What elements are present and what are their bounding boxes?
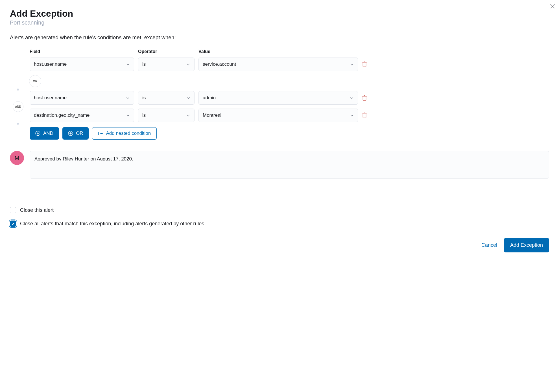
button-label: OR (76, 131, 83, 136)
chevron-down-icon (126, 113, 130, 117)
add-or-button[interactable]: OR (62, 127, 89, 140)
chevron-down-icon (350, 113, 354, 117)
connector-dot (17, 123, 19, 125)
field-dropdown[interactable]: host.user.name (30, 91, 134, 105)
column-header-operator: Operator (138, 49, 195, 54)
chevron-down-icon (186, 113, 190, 117)
value-value: Montreal (203, 113, 221, 118)
plus-circle-icon (68, 131, 73, 136)
value-dropdown[interactable]: Montreal (198, 109, 358, 122)
trash-icon[interactable] (362, 113, 367, 118)
plus-circle-icon (35, 131, 40, 136)
close-icon[interactable] (550, 3, 555, 10)
svg-point-8 (100, 133, 101, 134)
trash-icon[interactable] (362, 95, 367, 101)
chevron-down-icon (186, 96, 190, 100)
trash-icon[interactable] (362, 61, 367, 67)
operator-dropdown[interactable]: is (138, 58, 195, 71)
value-value: service.account (203, 61, 236, 67)
button-label: Add nested condition (106, 131, 151, 136)
column-header-value: Value (198, 49, 210, 54)
add-exception-button[interactable]: Add Exception (504, 238, 549, 252)
operator-dropdown[interactable]: is (138, 91, 195, 105)
chevron-down-icon (350, 62, 354, 66)
avatar: M (10, 151, 24, 165)
operator-value: is (142, 61, 146, 67)
comment-text: Approved by Riley Hunter on August 17, 2… (34, 156, 133, 162)
field-dropdown[interactable]: host.user.name (30, 58, 134, 71)
checkbox-label: Close all alerts that match this excepti… (20, 221, 204, 227)
add-and-button[interactable]: AND (30, 127, 59, 140)
add-nested-condition-button[interactable]: Add nested condition (92, 127, 157, 140)
close-this-alert-checkbox[interactable] (10, 207, 16, 213)
chevron-down-icon (126, 62, 130, 66)
field-dropdown[interactable]: destination.geo.city_name (30, 109, 134, 122)
or-badge: OR (29, 75, 41, 87)
checkmark-icon (11, 222, 15, 225)
condition-row: destination.geo.city_name is Montreal (30, 109, 549, 122)
operator-dropdown[interactable]: is (138, 109, 195, 122)
svg-point-9 (101, 133, 102, 134)
button-label: AND (43, 131, 53, 136)
close-all-alerts-checkbox[interactable] (10, 221, 16, 227)
and-badge: AND (13, 101, 23, 112)
value-dropdown[interactable]: admin (198, 91, 358, 105)
column-header-field: Field (30, 49, 134, 54)
operator-value: is (142, 113, 146, 118)
cancel-button[interactable]: Cancel (481, 242, 497, 248)
chevron-down-icon (126, 96, 130, 100)
operator-value: is (142, 95, 146, 101)
value-value: admin (203, 95, 216, 101)
connector-dot (17, 89, 19, 91)
comment-textarea[interactable]: Approved by Riley Hunter on August 17, 2… (30, 151, 549, 179)
value-dropdown[interactable]: service.account (198, 58, 358, 71)
chevron-down-icon (350, 96, 354, 100)
checkbox-label: Close this alert (20, 207, 54, 213)
field-value: destination.geo.city_name (34, 113, 90, 118)
condition-row: host.user.name is service.account (30, 58, 549, 71)
modal-description: Alerts are generated when the rule's con… (10, 34, 549, 41)
modal-title: Add Exception (10, 8, 549, 19)
field-value: host.user.name (34, 61, 67, 67)
nested-icon (98, 131, 103, 135)
field-value: host.user.name (34, 95, 67, 101)
svg-point-10 (102, 133, 103, 134)
modal-subtitle: Port scanning (10, 19, 549, 26)
condition-row: host.user.name is admin (30, 91, 549, 105)
chevron-down-icon (186, 62, 190, 66)
